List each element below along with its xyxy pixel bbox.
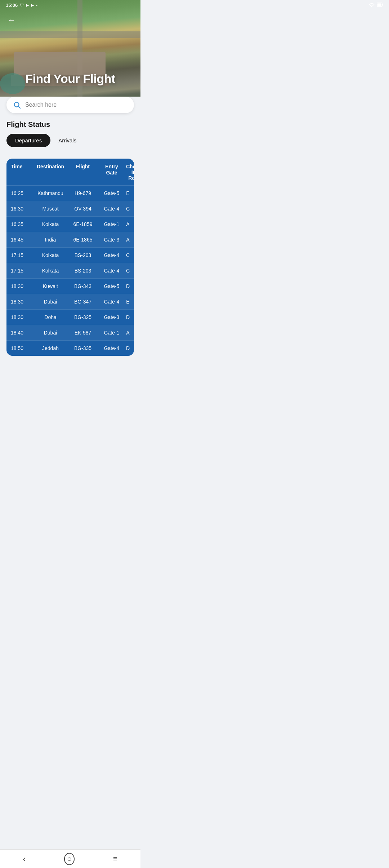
cell-entry-gate: Gate-3 <box>97 314 126 320</box>
col-header-destination: Destination <box>32 164 68 181</box>
flights-table: Time Destination Flight EntryGate Check … <box>6 159 134 356</box>
cell-entry-gate: Gate-4 <box>97 299 126 305</box>
cell-time: 17:15 <box>11 268 32 274</box>
col-header-entry-gate: EntryGate <box>97 164 126 181</box>
back-button[interactable]: ← <box>6 14 17 26</box>
table-row: 18:40 Dubai EK-587 Gate-1 A <box>6 325 134 341</box>
cell-time: 16:30 <box>11 206 32 212</box>
cell-checkin-row: A <box>126 330 130 336</box>
cell-destination: Kuwait <box>32 283 68 289</box>
col-header-flight: Flight <box>68 164 97 181</box>
cell-flight: BG-347 <box>68 299 97 305</box>
cell-destination: Muscat <box>32 206 68 212</box>
cell-flight: OV-394 <box>68 206 97 212</box>
tabs-container: Departures Arrivals <box>6 134 134 147</box>
cell-checkin-row: D <box>126 283 130 289</box>
table-row: 18:30 Dubai BG-347 Gate-4 E <box>6 294 134 310</box>
cell-flight: EK-587 <box>68 330 97 336</box>
table-row: 18:30 Kuwait BG-343 Gate-5 D <box>6 279 134 294</box>
runway-horizontal <box>0 31 140 38</box>
status-icon-youtube2: ▶ <box>31 3 34 8</box>
search-input[interactable] <box>25 102 128 108</box>
status-bar: 15:06 🛡 ▶ ▶ • <box>0 0 140 10</box>
cell-destination: Kolkata <box>32 268 68 274</box>
cell-time: 18:30 <box>11 299 32 305</box>
table-row: 18:30 Doha BG-325 Gate-3 D <box>6 310 134 325</box>
col-header-checkin-row: Check In Row <box>126 164 134 181</box>
table-row: 17:15 Kolkata BS-203 Gate-4 C <box>6 248 134 263</box>
cell-entry-gate: Gate-4 <box>97 345 126 351</box>
table-row: 16:30 Muscat OV-394 Gate-4 C <box>6 201 134 217</box>
cell-destination: Kolkata <box>32 252 68 258</box>
cell-checkin-row: A <box>126 237 130 243</box>
cell-destination: Dubai <box>32 330 68 336</box>
cell-flight: BS-203 <box>68 268 97 274</box>
section-title: Flight Status <box>6 120 134 129</box>
cell-checkin-row: D <box>126 314 130 320</box>
cell-destination: Kathmandu <box>32 190 68 196</box>
cell-flight: H9-679 <box>68 190 97 196</box>
cell-flight: 6E-1859 <box>68 221 97 227</box>
cell-time: 18:50 <box>11 345 32 351</box>
search-icon <box>13 101 21 109</box>
cell-entry-gate: Gate-4 <box>97 268 126 274</box>
status-time: 15:06 <box>6 3 18 8</box>
tab-departures[interactable]: Departures <box>6 134 50 147</box>
cell-flight: BG-343 <box>68 283 97 289</box>
col-header-time: Time <box>11 164 32 181</box>
table-header: Time Destination Flight EntryGate Check … <box>6 159 134 186</box>
cell-destination: Jeddah <box>32 345 68 351</box>
cell-time: 18:40 <box>11 330 32 336</box>
cell-destination: Doha <box>32 314 68 320</box>
cell-destination: Kolkata <box>32 221 68 227</box>
cell-checkin-row: A <box>126 221 130 227</box>
cell-checkin-row: E <box>126 190 130 196</box>
hero-section: ← Find Your Flight <box>0 0 140 105</box>
cell-entry-gate: Gate-5 <box>97 283 126 289</box>
cell-entry-gate: Gate-1 <box>97 221 126 227</box>
status-icon-youtube1: ▶ <box>26 3 29 8</box>
tab-arrivals[interactable]: Arrivals <box>55 134 79 147</box>
hero-title: Find Your Flight <box>0 72 140 86</box>
svg-line-4 <box>18 106 20 108</box>
table-row: 17:15 Kolkata BS-203 Gate-4 C <box>6 263 134 279</box>
table-row: 18:50 Jeddah BG-335 Gate-4 D <box>6 341 134 356</box>
cell-time: 16:45 <box>11 237 32 243</box>
cell-checkin-row: D <box>126 345 130 351</box>
cell-checkin-row: C <box>126 206 130 212</box>
cell-time: 16:25 <box>11 190 32 196</box>
cell-time: 18:30 <box>11 283 32 289</box>
cell-destination: India <box>32 237 68 243</box>
status-icon-shield: 🛡 <box>20 3 24 7</box>
cell-time: 18:30 <box>11 314 32 320</box>
cell-entry-gate: Gate-1 <box>97 330 126 336</box>
cell-entry-gate: Gate-4 <box>97 252 126 258</box>
cell-entry-gate: Gate-4 <box>97 206 126 212</box>
cell-flight: 6E-1865 <box>68 237 97 243</box>
back-arrow-icon: ← <box>8 16 15 24</box>
table-row: 16:35 Kolkata 6E-1859 Gate-1 A <box>6 217 134 232</box>
table-body: 16:25 Kathmandu H9-679 Gate-5 E 16:30 Mu… <box>6 186 134 356</box>
search-container <box>0 97 140 113</box>
cell-time: 17:15 <box>11 252 32 258</box>
cell-flight: BS-203 <box>68 252 97 258</box>
cell-checkin-row: C <box>126 268 130 274</box>
status-icon-dot: • <box>36 3 37 7</box>
cell-checkin-row: C <box>126 252 130 258</box>
cell-entry-gate: Gate-3 <box>97 237 126 243</box>
status-bar-left: 15:06 🛡 ▶ ▶ • <box>6 3 37 8</box>
search-bar[interactable] <box>6 97 134 113</box>
cell-checkin-row: E <box>126 299 130 305</box>
cell-time: 16:35 <box>11 221 32 227</box>
cell-entry-gate: Gate-5 <box>97 190 126 196</box>
flight-status-section: Flight Status Departures Arrivals <box>0 113 140 159</box>
table-row: 16:25 Kathmandu H9-679 Gate-5 E <box>6 186 134 201</box>
cell-destination: Dubai <box>32 299 68 305</box>
cell-flight: BG-335 <box>68 345 97 351</box>
table-row: 16:45 India 6E-1865 Gate-3 A <box>6 232 134 248</box>
cell-flight: BG-325 <box>68 314 97 320</box>
